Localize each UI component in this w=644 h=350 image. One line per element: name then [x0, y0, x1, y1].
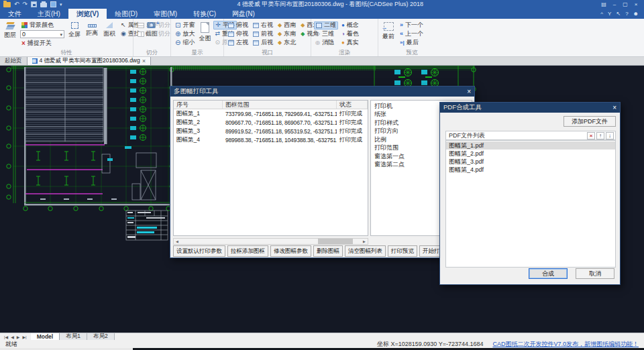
pdf-dialog-titlebar[interactable]: PDF合成工具 × — [440, 103, 620, 113]
close-icon[interactable]: × — [631, 1, 641, 7]
table-row[interactable]: 图幅第_4 989988.38, -716851.18, 1049388.38,… — [174, 135, 368, 144]
news-link[interactable]: CAD图纸二次开发控件V7.0发布，新增图纸编辑功能！ — [492, 340, 639, 349]
menu-tab-home[interactable]: 主页(H) — [30, 9, 68, 19]
list-item[interactable]: 图幅第_3.pdf — [446, 158, 615, 166]
close-icon[interactable]: × — [467, 88, 471, 95]
delete-sheet-button[interactable]: 删除图幅 — [313, 245, 343, 257]
render-2d-button[interactable]: 二维 — [314, 21, 338, 30]
group-label-preview: 预览 — [378, 49, 445, 56]
add-frame-by-box-button[interactable]: 拉框添加图框 — [227, 245, 268, 257]
last-layout-icon[interactable]: ▶| — [22, 335, 26, 339]
zoom-out-button[interactable]: 缩小 — [174, 38, 196, 47]
delete-icon[interactable] — [587, 132, 595, 139]
print-dialog-titlebar[interactable]: 多图幅打印工具 × — [170, 86, 474, 97]
scroll-right-icon[interactable]: ▶ — [361, 239, 368, 243]
set-default-print-params-button[interactable]: 设置默认打印参数 — [173, 245, 225, 257]
render-3d-button[interactable]: 三维 — [314, 30, 338, 38]
preview-last-button[interactable]: 最后 — [398, 38, 425, 47]
background-color-button[interactable]: 背景颜色 — [20, 21, 64, 30]
view-se-button[interactable]: 东南 — [276, 30, 297, 38]
close-icon[interactable]: × — [612, 104, 616, 111]
fullscreen-button[interactable]: 全屏 — [67, 21, 82, 40]
user-icon[interactable]: ☻ — [633, 11, 639, 17]
cancel-button[interactable]: 取消 — [576, 268, 614, 279]
table-row[interactable]: 图幅第_3 899919.52, -716851.18, 955319.52, … — [174, 127, 368, 135]
open-file-icon[interactable] — [3, 2, 11, 7]
render-realistic-button[interactable]: 真实 — [340, 39, 360, 47]
render-shaded-button[interactable]: 着色 — [340, 30, 360, 38]
view-sw-button[interactable]: 西南 — [276, 21, 297, 30]
list-item[interactable]: 图幅第_4.pdf — [446, 166, 615, 174]
menu-tab-convert[interactable]: 转换(C) — [185, 9, 224, 19]
view-top-button[interactable]: 俯视 — [227, 21, 250, 30]
view-ne-button[interactable]: 东北 — [276, 39, 297, 47]
ribbon-group-viewport: 俯视 右视 西南 西北 仰视 前视 东南 视角 左视 后视 东北 视口 — [224, 19, 311, 56]
save-icon[interactable] — [31, 1, 37, 7]
tab-start-page[interactable]: 起始页 — [0, 57, 27, 65]
help-icon[interactable]: ? — [625, 11, 628, 17]
view-back-button[interactable]: 后视 — [252, 39, 274, 47]
area-button[interactable]: 面积 — [102, 21, 117, 40]
menu-tab-draw[interactable]: 绘图(D) — [107, 9, 146, 19]
print-dialog-buttons: 设置默认打印参数 拉框添加图框 修改图幅参数 删除图幅 清空图幅列表 打印预览 … — [173, 245, 473, 257]
zoom-out-icon — [175, 40, 180, 46]
list-item[interactable]: 图幅第_2.pdf — [446, 150, 615, 158]
tab-close-icon[interactable] — [142, 58, 146, 64]
prev-layout-icon[interactable]: ◀ — [11, 335, 14, 339]
zoom-in-button[interactable]: 放大 — [174, 30, 196, 38]
diamond-icon — [278, 40, 282, 46]
menu-tab-view[interactable]: 浏览(V) — [68, 9, 107, 19]
print-icon[interactable] — [40, 3, 47, 7]
zoom-extents-button[interactable]: 全图 — [197, 21, 212, 44]
preview-next-button[interactable]: 下一个 — [398, 21, 425, 30]
clear-sheet-list-button[interactable]: 清空图幅列表 — [345, 245, 386, 257]
menu-tab-cloud[interactable]: 网盘(N) — [224, 9, 263, 19]
concept-icon — [341, 22, 345, 28]
table-hscrollbar[interactable]: ◀ ▶ — [173, 238, 368, 245]
pointer-icon[interactable]: ↖ — [616, 11, 621, 17]
merge-button[interactable]: 合成 — [529, 268, 568, 279]
preview-front-button[interactable]: 最前 — [381, 21, 396, 42]
move-up-icon[interactable] — [596, 132, 604, 139]
distance-button[interactable]: 距离 — [85, 21, 99, 39]
table-row[interactable]: 图幅第_1 733799.98, -716851.18, 792969.41, … — [174, 109, 368, 118]
menu-tab-review[interactable]: 审图(M) — [146, 9, 185, 19]
view-right-button[interactable]: 右视 — [252, 21, 274, 30]
split-horizontal-button[interactable]: 水平切分 — [136, 21, 172, 30]
layers-button[interactable]: 图层 — [3, 21, 17, 41]
preview-icon[interactable] — [50, 1, 56, 7]
zoom-window-button[interactable]: 开窗 — [174, 21, 196, 30]
maximize-icon[interactable]: ▢ — [620, 1, 631, 7]
render-hidden-button[interactable]: 消隐 — [314, 39, 338, 47]
tab-model[interactable]: Model — [31, 333, 60, 341]
modify-sheet-params-button[interactable]: 修改图幅参数 — [270, 245, 311, 257]
scroll-thumb[interactable] — [318, 239, 353, 244]
collapse-ribbon-icon[interactable]: ^ — [600, 11, 603, 17]
view-bottom-button[interactable]: 仰视 — [227, 30, 250, 38]
list-item[interactable]: 图幅第_1.pdf — [446, 141, 615, 150]
tab-layout1[interactable]: 布局1 — [60, 333, 87, 341]
skin-icon[interactable]: ▤ — [598, 1, 609, 7]
menu-tab-file[interactable]: 文件 — [0, 9, 30, 19]
undo-icon[interactable] — [14, 1, 19, 7]
next-layout-icon[interactable]: ▶ — [17, 335, 20, 339]
print-preview-button[interactable]: 打印预览 — [388, 245, 417, 257]
snap-toggle-button[interactable]: 捕捉开关 — [20, 39, 64, 48]
view-left-button[interactable]: 左视 — [227, 39, 250, 47]
preview-prev-button[interactable]: 上一个 — [398, 30, 425, 38]
minimize-icon[interactable]: – — [609, 1, 620, 7]
split-vertical-button[interactable]: 垂直切分 — [136, 30, 172, 38]
tools-icon[interactable]: Y — [608, 11, 611, 17]
view-front-button[interactable]: 前视 — [252, 30, 274, 38]
tab-layout2[interactable]: 布局2 — [87, 333, 115, 341]
redo-icon[interactable] — [23, 1, 28, 7]
multi-sheet-print-dialog: 多图幅打印工具 × 序号 图框范围 状态 图幅第_1 733799.98, -7… — [170, 86, 475, 258]
first-layout-icon[interactable]: |◀ — [4, 335, 8, 339]
move-down-icon[interactable] — [606, 132, 614, 139]
render-concept-button[interactable]: 概念 — [340, 21, 360, 30]
tab-active-drawing[interactable]: 4 德爱威 甲类车间布置图20180306.dwg — [27, 57, 152, 65]
table-row[interactable]: 图幅第_2 809667.70, -716851.18, 869067.70, … — [174, 118, 368, 127]
layer-select[interactable]: 0 — [20, 30, 64, 38]
add-pdf-button[interactable]: 添加PDF文件 — [564, 116, 616, 127]
scroll-left-icon[interactable]: ◀ — [174, 239, 180, 243]
